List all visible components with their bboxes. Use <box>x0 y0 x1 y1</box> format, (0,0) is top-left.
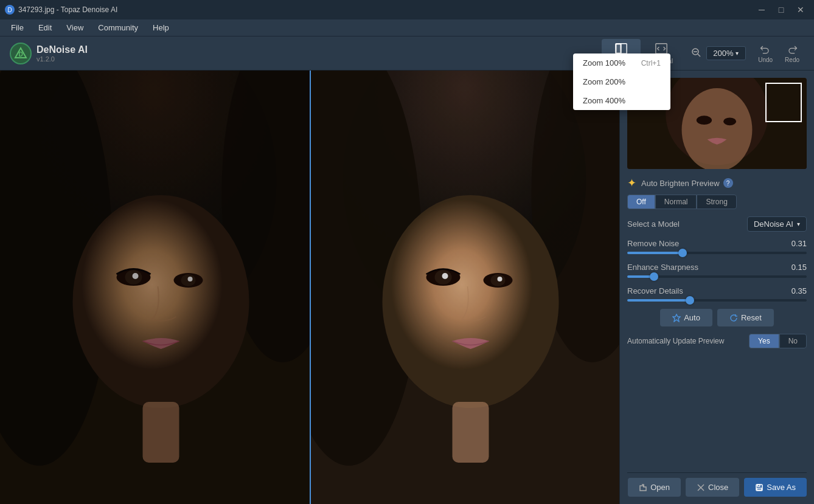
no-button[interactable]: No <box>779 334 807 348</box>
svg-rect-43 <box>757 485 760 486</box>
model-label: Select a Model <box>627 219 680 229</box>
auto-brighten-section: ✦ Auto Brighten Preview ? Off Normal Str… <box>627 176 807 209</box>
image-left-panel <box>0 71 310 504</box>
toolbar: D DeNoise AI v1.2.0 Split Original <box>0 36 814 71</box>
image-viewer[interactable] <box>0 71 619 504</box>
undo-label: Undo <box>758 57 773 63</box>
remove-noise-fill <box>627 252 683 254</box>
remove-noise-label: Remove Noise <box>627 239 679 248</box>
svg-point-37 <box>682 88 753 169</box>
zoom-dropdown-menu: Zoom 100% Ctrl+1 Zoom 200% Zoom 400% <box>573 54 670 110</box>
save-as-button[interactable]: Save As <box>744 478 807 497</box>
auto-label: Auto <box>684 313 700 322</box>
zoom-200-label: Zoom 200% <box>583 77 625 86</box>
bottom-action-bar: Open Close Save As <box>627 472 807 497</box>
remove-noise-value: 0.31 <box>791 239 807 248</box>
svg-rect-34 <box>310 71 619 504</box>
zoom-100-option[interactable]: Zoom 100% Ctrl+1 <box>573 54 670 72</box>
recover-details-thumb[interactable] <box>686 296 694 305</box>
recover-details-track[interactable] <box>627 299 807 302</box>
reset-button[interactable]: Reset <box>717 309 774 326</box>
zoom-dropdown-trigger[interactable]: 200% ▾ <box>706 46 746 60</box>
brightness-strong-button[interactable]: Strong <box>697 195 736 209</box>
menu-bar: File Edit View Community Help <box>0 19 814 36</box>
thumbnail-viewport[interactable] <box>765 83 802 122</box>
menu-edit[interactable]: Edit <box>32 21 58 34</box>
zoom-out-button[interactable] <box>688 46 704 61</box>
remove-noise-thumb[interactable] <box>678 249 687 257</box>
maximize-button[interactable]: □ <box>773 4 790 16</box>
svg-text:D: D <box>18 51 23 58</box>
menu-file[interactable]: File <box>5 21 30 34</box>
zoom-control: 200% ▾ <box>688 46 746 61</box>
recover-details-fill <box>627 299 690 302</box>
undo-button[interactable]: Undo <box>753 41 777 66</box>
menu-view[interactable]: View <box>60 21 89 34</box>
split-divider[interactable] <box>310 71 311 504</box>
history-controls: Undo Redo <box>753 41 804 66</box>
brightness-off-button[interactable]: Off <box>627 195 655 209</box>
zoom-200-option[interactable]: Zoom 200% <box>573 72 670 91</box>
close-button[interactable]: ✕ <box>792 4 809 16</box>
app-logo: D DeNoise AI v1.2.0 <box>10 43 88 64</box>
zoom-100-label: Zoom 100% <box>583 58 625 67</box>
yes-no-group: Yes No <box>749 334 807 348</box>
yes-button[interactable]: Yes <box>749 334 779 348</box>
redo-button[interactable]: Redo <box>780 41 804 66</box>
main-area: ✦ Auto Brighten Preview ? Off Normal Str… <box>0 71 814 504</box>
auto-reset-row: Auto Reset <box>627 309 807 326</box>
logo-icon: D <box>10 43 32 64</box>
save-as-label: Save As <box>767 483 796 492</box>
zoom-100-shortcut: Ctrl+1 <box>641 59 661 67</box>
recover-details-label: Recover Details <box>627 286 683 295</box>
svg-line-7 <box>698 54 700 57</box>
close-label: Close <box>708 483 728 492</box>
open-label: Open <box>650 483 670 492</box>
chevron-down-icon: ▾ <box>736 50 739 57</box>
window-controls: ─ □ ✕ <box>753 4 809 16</box>
help-icon[interactable]: ? <box>723 178 733 188</box>
model-chevron-icon: ▾ <box>797 221 800 227</box>
right-panel: ✦ Auto Brighten Preview ? Off Normal Str… <box>619 71 814 504</box>
split-image-container <box>0 71 619 504</box>
enhance-sharpness-label: Enhance Sharpness <box>627 263 698 272</box>
zoom-400-option[interactable]: Zoom 400% <box>573 91 670 110</box>
title-bar: D 347293.jpg - Topaz Denoise AI ─ □ ✕ <box>0 0 814 19</box>
enhance-sharpness-thumb[interactable] <box>650 272 658 281</box>
svg-rect-4 <box>616 44 621 54</box>
app-icon: D <box>5 5 15 15</box>
open-button[interactable]: Open <box>628 478 681 497</box>
enhance-sharpness-track[interactable] <box>627 275 807 278</box>
svg-rect-21 <box>0 71 310 504</box>
model-section: Select a Model DeNoise AI ▾ <box>627 216 807 232</box>
enhance-sharpness-slider: Enhance Sharpness 0.15 <box>627 263 807 278</box>
remove-noise-slider: Remove Noise 0.31 <box>627 239 807 254</box>
remove-noise-track[interactable] <box>627 252 807 254</box>
enhance-sharpness-value: 0.15 <box>791 263 807 272</box>
svg-rect-44 <box>757 488 762 490</box>
close-file-button[interactable]: Close <box>686 478 739 497</box>
model-selected-value: DeNoise AI <box>754 219 793 229</box>
svg-point-38 <box>697 116 712 125</box>
image-right-panel <box>310 71 619 504</box>
window-title: 347293.jpg - Topaz Denoise AI <box>18 5 117 14</box>
sun-icon: ✦ <box>627 176 636 190</box>
recover-details-slider: Recover Details 0.35 <box>627 286 807 302</box>
zoom-400-label: Zoom 400% <box>583 96 625 105</box>
redo-label: Redo <box>785 57 799 63</box>
reset-label: Reset <box>741 313 762 322</box>
menu-community[interactable]: Community <box>92 21 144 34</box>
menu-help[interactable]: Help <box>147 21 175 34</box>
model-dropdown[interactable]: DeNoise AI ▾ <box>747 216 807 232</box>
minimize-button[interactable]: ─ <box>753 4 770 16</box>
auto-brighten-label: Auto Brighten Preview ? <box>641 178 733 188</box>
auto-button[interactable]: Auto <box>660 309 712 326</box>
brightness-normal-button[interactable]: Normal <box>655 195 697 209</box>
recover-details-value: 0.35 <box>791 286 807 295</box>
auto-update-section: Automatically Update Preview Yes No <box>627 334 807 348</box>
zoom-value-text: 200% <box>713 49 733 58</box>
app-name: DeNoise AI <box>37 44 88 55</box>
sliders-section: Remove Noise 0.31 Enhance Sharpness 0.15 <box>627 239 807 302</box>
svg-point-39 <box>723 118 736 126</box>
brightness-toggle-group: Off Normal Strong <box>627 195 807 209</box>
